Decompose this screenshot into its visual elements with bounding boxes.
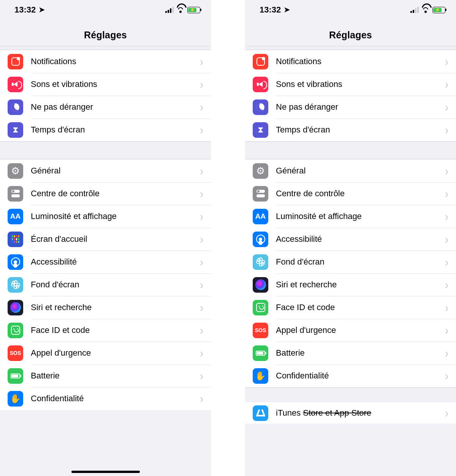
row-screentime[interactable]: ⧗ Temps d'écran › [0, 118, 211, 141]
row-control-center[interactable]: Centre de contrôle › [245, 182, 456, 205]
row-label: Sons et vibrations [31, 79, 200, 89]
hand-icon: ✋ [8, 391, 23, 407]
row-label: Accessibilité [31, 257, 200, 267]
row-dnd[interactable]: Ne pas déranger › [0, 96, 211, 118]
row-faceid[interactable]: Face ID et code › [245, 296, 456, 319]
row-label: Appel d'urgence [31, 348, 200, 358]
row-label: Centre de contrôle [31, 189, 200, 199]
row-privacy[interactable]: ✋ Confidentialité › [245, 364, 456, 387]
row-notifications[interactable]: Notifications › [245, 50, 456, 73]
row-label: Siri et recherche [276, 280, 445, 290]
appstore-icon [253, 405, 268, 421]
battery-row-icon [8, 368, 23, 384]
flower-icon [253, 254, 268, 270]
row-label: Face ID et code [276, 303, 445, 312]
row-label: Temps d'écran [276, 125, 445, 135]
row-siri[interactable]: Siri et recherche › [245, 273, 456, 296]
row-itunes-appstore[interactable]: iTunes Store et App Store › [245, 402, 456, 424]
page-title: Réglages [0, 30, 211, 41]
gear-icon: ⚙ [253, 163, 268, 179]
sounds-icon [8, 77, 23, 92]
row-privacy[interactable]: ✋ Confidentialité › [0, 387, 211, 410]
row-accessibility[interactable]: Accessibilité › [245, 228, 456, 251]
hourglass-icon: ⧗ [8, 122, 23, 138]
row-label: Batterie [31, 371, 200, 381]
header: Réglages [0, 20, 211, 46]
row-label: Temps d'écran [31, 125, 200, 135]
chevron-right-icon: › [200, 164, 203, 178]
row-siri[interactable]: Siri et recherche › [0, 296, 211, 319]
siri-icon [8, 300, 23, 315]
row-sounds[interactable]: Sons et vibrations › [245, 73, 456, 96]
battery-icon: ⚡ [187, 7, 200, 13]
toggles-icon [8, 186, 23, 202]
row-label: Écran d'accueil [31, 234, 200, 244]
chevron-right-icon: › [445, 277, 448, 292]
row-label: Ne pas déranger [31, 102, 200, 112]
faceid-icon [8, 323, 23, 338]
row-sounds[interactable]: Sons et vibrations › [0, 73, 211, 96]
cellular-icon [410, 7, 419, 13]
chevron-right-icon: › [445, 346, 448, 360]
row-battery[interactable]: Batterie › [0, 364, 211, 387]
row-battery[interactable]: Batterie › [245, 342, 456, 364]
chevron-right-icon: › [200, 277, 203, 292]
phone-right: 13:32 ➤ ⚡ Réglages Notifications › [245, 0, 456, 476]
row-sos[interactable]: SOS Appel d'urgence › [0, 342, 211, 364]
row-label: Confidentialité [276, 371, 445, 381]
row-screentime[interactable]: ⧗ Temps d'écran › [245, 118, 456, 141]
row-general[interactable]: ⚙ Général › [245, 159, 456, 182]
chevron-right-icon: › [200, 54, 203, 68]
row-control-center[interactable]: Centre de contrôle › [0, 182, 211, 205]
row-dnd[interactable]: Ne pas déranger › [245, 96, 456, 118]
row-accessibility[interactable]: Accessibilité › [0, 251, 211, 273]
page-title: Réglages [245, 30, 456, 41]
chevron-right-icon: › [200, 391, 203, 405]
row-sos[interactable]: SOS Appel d'urgence › [245, 319, 456, 342]
chevron-right-icon: › [445, 164, 448, 178]
faceid-icon [253, 300, 268, 315]
row-label: Notifications [31, 57, 200, 66]
status-time: 13:32 [14, 5, 36, 15]
siri-icon [253, 277, 268, 293]
location-icon: ➤ [284, 5, 290, 14]
row-label: Confidentialité [31, 394, 200, 403]
status-time: 13:32 [260, 5, 281, 15]
hand-icon: ✋ [253, 368, 268, 384]
battery-icon: ⚡ [432, 7, 445, 13]
row-display[interactable]: AA Luminosité et affichage › [245, 205, 456, 228]
row-display[interactable]: AA Luminosité et affichage › [0, 205, 211, 228]
chevron-right-icon: › [200, 209, 203, 223]
row-label: Face ID et code [31, 325, 200, 335]
chevron-right-icon: › [445, 123, 448, 137]
cellular-icon [165, 7, 174, 13]
row-label: Ne pas déranger [276, 102, 445, 112]
row-general[interactable]: ⚙ Général › [0, 159, 211, 182]
chevron-right-icon: › [200, 100, 203, 114]
chevron-right-icon: › [445, 232, 448, 246]
chevron-right-icon: › [445, 209, 448, 223]
row-wallpaper[interactable]: Fond d'écran › [245, 251, 456, 273]
chevron-right-icon: › [445, 369, 448, 383]
row-label: Appel d'urgence [276, 325, 445, 335]
row-homescreen[interactable]: Écran d'accueil › [0, 228, 211, 251]
row-label: Batterie [276, 348, 445, 358]
row-wallpaper[interactable]: Fond d'écran › [0, 273, 211, 296]
wifi-icon [422, 7, 429, 13]
chevron-right-icon: › [445, 255, 448, 269]
header: Réglages [245, 20, 456, 46]
accessibility-icon [8, 254, 23, 270]
row-label: Général [31, 166, 200, 176]
chevron-right-icon: › [445, 300, 448, 314]
chevron-right-icon: › [445, 406, 448, 420]
chevron-right-icon: › [200, 346, 203, 360]
row-label: Luminosité et affichage [31, 211, 200, 221]
chevron-right-icon: › [200, 123, 203, 137]
home-indicator[interactable] [71, 471, 140, 473]
appgrid-icon [8, 232, 23, 247]
row-notifications[interactable]: Notifications › [0, 50, 211, 73]
row-faceid[interactable]: Face ID et code › [0, 319, 211, 342]
sos-icon: SOS [8, 345, 23, 361]
chevron-right-icon: › [445, 100, 448, 114]
moon-icon [253, 99, 268, 115]
